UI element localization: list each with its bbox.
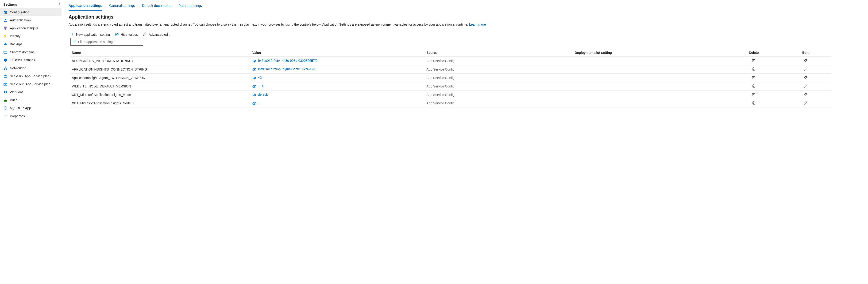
cell-value[interactable]: b45dc019-2c64-443c-903a-032036657f9 [251, 57, 425, 65]
advanced-edit-label: Advanced edit [149, 33, 169, 36]
reveal-icon [252, 101, 257, 105]
delete-button[interactable] [752, 102, 755, 105]
gear-icon [3, 90, 7, 94]
tab-default-documents[interactable]: Default documents [142, 3, 172, 10]
cell-value[interactable]: ~2 [251, 74, 425, 82]
sidebar-item-label: WebJobs [10, 90, 24, 94]
hide-values-button[interactable]: Hide values [115, 32, 138, 37]
cell-value[interactable]: 1 [251, 99, 425, 108]
cell-slot [574, 65, 728, 74]
sidebar-item-label: Configuration [10, 10, 29, 14]
col-slot: Deployment slot setting [574, 49, 728, 57]
edit-button[interactable] [804, 68, 807, 72]
person-icon [3, 18, 7, 22]
filter-box[interactable] [70, 38, 143, 46]
delete-button[interactable] [752, 85, 755, 88]
svg-point-14 [5, 67, 6, 68]
tabs: Application settingsGeneral settingsDefa… [62, 0, 868, 10]
key-icon [3, 34, 7, 38]
cell-name: WEBSITE_NODE_DEFAULT_VERSION [70, 82, 251, 90]
cell-name: XDT_MicrosoftApplicationInsights_Mode [70, 90, 251, 99]
edit-button[interactable] [804, 85, 807, 88]
table-row: APPLICATIONINSIGHTS_CONNECTION_STRING In… [70, 65, 831, 74]
svg-rect-62 [753, 93, 755, 96]
sidebar-item-custom-domains[interactable]: Custom domains [0, 48, 62, 56]
reveal-icon [252, 93, 257, 96]
sidebar-item-application-insights[interactable]: Application Insights [0, 24, 62, 32]
sidebar-item-label: TLS/SSL settings [10, 58, 35, 62]
svg-point-3 [4, 11, 5, 12]
sidebar-item-configuration[interactable]: Configuration [0, 8, 62, 16]
svg-point-6 [5, 19, 6, 20]
sidebar-item-label: Networking [10, 66, 26, 70]
svg-rect-19 [6, 83, 7, 85]
action-bar: New application setting Hide values Adva… [70, 32, 861, 37]
sidebar-item-label: Properties [10, 114, 25, 118]
tab-path-mappings[interactable]: Path mappings [179, 3, 202, 10]
sidebar-item-label: Authentication [10, 18, 31, 22]
sidebar-item-webjobs[interactable]: WebJobs [0, 88, 62, 96]
cell-source: App Service Config [425, 65, 574, 74]
delete-button[interactable] [752, 76, 755, 80]
svg-rect-10 [4, 51, 7, 53]
svg-rect-17 [4, 76, 7, 78]
sidebar-item-authentication[interactable]: Authentication [0, 16, 62, 24]
cell-source: App Service Config [425, 90, 574, 99]
reveal-icon [252, 84, 257, 88]
edit-button[interactable] [804, 102, 807, 105]
delete-button[interactable] [752, 59, 755, 63]
svg-point-21 [4, 107, 7, 108]
reveal-icon [252, 59, 257, 62]
col-value: Value [251, 49, 425, 57]
collapse-icon[interactable]: ▲ [58, 2, 61, 5]
cell-slot [574, 82, 728, 90]
col-name: Name [70, 49, 251, 57]
delete-button[interactable] [752, 68, 755, 72]
domain-icon [3, 50, 7, 54]
sidebar-item-properties[interactable]: Properties [0, 112, 62, 120]
reveal-icon [252, 76, 257, 80]
svg-rect-69 [753, 102, 755, 104]
cell-source: App Service Config [425, 57, 574, 65]
svg-rect-9 [5, 36, 6, 37]
tab-general-settings[interactable]: General settings [109, 3, 135, 10]
sidebar-item-mysql-in-app[interactable]: MySQL In App [0, 104, 62, 112]
edit-button[interactable] [804, 59, 807, 63]
sidebar-item-label: Backups [10, 42, 23, 46]
table-row: APPINSIGHTS_INSTRUMENTATIONKEY b45dc019-… [70, 57, 831, 65]
cell-value[interactable]: InstrumentationKey=b45dc019-2c64-44... [251, 65, 425, 74]
eye-icon [115, 32, 119, 37]
cell-name: XDT_MicrosoftApplicationInsights_NodeJS [70, 99, 251, 108]
sidebar-item-label: Identity [10, 34, 21, 38]
tab-application-settings[interactable]: Application settings [68, 3, 102, 10]
learn-more-link[interactable]: Learn more [469, 23, 486, 26]
cell-value[interactable]: default [251, 90, 425, 99]
cell-slot [574, 74, 728, 82]
svg-line-15 [4, 68, 5, 69]
sidebar-item-scale-out-app-service-plan-[interactable]: Scale out (App Service plan) [0, 80, 62, 88]
sidebar-item-tls-ssl-settings[interactable]: TLS/SSL settings [0, 56, 62, 64]
sidebar-item-identity[interactable]: Identity [0, 32, 62, 40]
new-setting-button[interactable]: New application setting [70, 32, 110, 37]
new-setting-label: New application setting [76, 33, 110, 36]
sidebar-item-push[interactable]: Push [0, 96, 62, 104]
reveal-icon [252, 67, 257, 71]
sidebar: Settings ▲ ConfigurationAuthenticationAp… [0, 0, 62, 120]
props-icon [3, 114, 7, 118]
edit-button[interactable] [804, 93, 807, 97]
advanced-edit-button[interactable]: Advanced edit [143, 32, 169, 37]
table-row: WEBSITE_NODE_DEFAULT_VERSION ~14App Serv… [70, 82, 831, 90]
sidebar-item-label: Scale up (App Service plan) [10, 74, 51, 78]
edit-button[interactable] [804, 76, 807, 80]
svg-rect-7 [5, 29, 6, 30]
sidebar-item-label: Custom domains [10, 50, 34, 54]
cell-source: App Service Config [425, 82, 574, 90]
main-content: Application settingsGeneral settingsDefa… [62, 0, 868, 120]
delete-button[interactable] [752, 93, 755, 97]
sidebar-item-networking[interactable]: Networking [0, 64, 62, 72]
svg-rect-20 [4, 100, 7, 102]
sidebar-item-scale-up-app-service-plan-[interactable]: Scale up (App Service plan) [0, 72, 62, 80]
filter-input[interactable] [78, 40, 141, 44]
sidebar-item-backups[interactable]: Backups [0, 40, 62, 48]
cell-value[interactable]: ~14 [251, 82, 425, 90]
